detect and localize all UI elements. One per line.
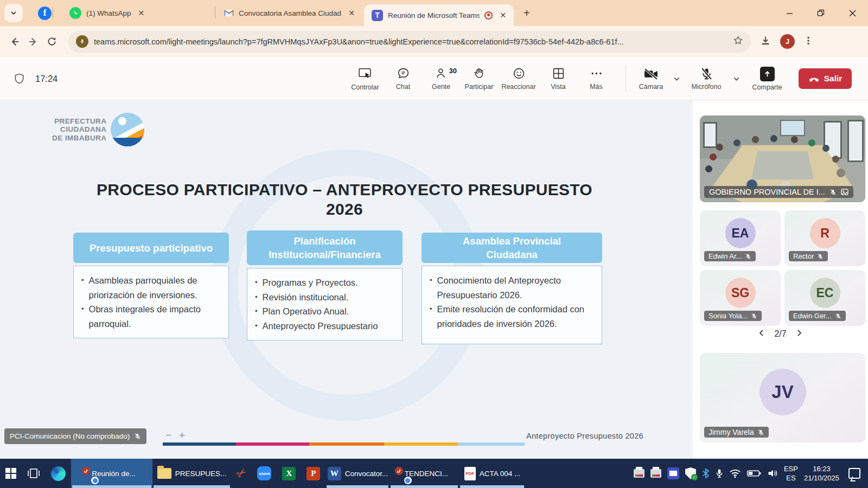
column-body: •Asambleas parroquiales de priorización … xyxy=(73,266,229,338)
tab-search-button[interactable] xyxy=(4,4,23,22)
participant-tile[interactable]: SG Sonia Yola... xyxy=(700,270,781,326)
url-bar[interactable]: teams.microsoft.com/light-meetings/launc… xyxy=(68,31,751,53)
open-app-underline xyxy=(460,485,524,488)
wifi-icon[interactable] xyxy=(729,468,741,478)
room-video-tile[interactable]: GOBIERNO PROVINCIAL DE I... xyxy=(700,115,865,202)
tab-gmail[interactable]: Convocatoria Asamblea Ciudad ✕ xyxy=(216,0,364,26)
taskbar-powerpoint[interactable]: P xyxy=(301,459,326,488)
language-indicator[interactable]: ESP ES xyxy=(784,464,798,483)
zoom-in-button[interactable]: + xyxy=(179,429,185,441)
chat-button[interactable]: Chat xyxy=(384,57,422,100)
volume-icon[interactable] xyxy=(767,468,778,478)
forward-button[interactable] xyxy=(24,33,42,51)
taskbar-chrome-meeting[interactable]: J Reunión de... xyxy=(71,459,152,488)
button-label: Participar xyxy=(465,83,494,91)
person xyxy=(716,144,723,151)
browser-tab-strip: f (1) WhatsApp ✕ Convocatoria Asamblea C… xyxy=(0,0,868,26)
reload-button[interactable] xyxy=(42,33,61,51)
zoom-out-button[interactable]: − xyxy=(165,429,171,441)
camera-button[interactable]: Cámara xyxy=(634,57,668,100)
close-button[interactable] xyxy=(837,0,868,26)
chat-icon xyxy=(397,67,410,80)
tab-teams-active[interactable]: T Reunión de Microsoft Teams ✕ xyxy=(364,4,514,26)
browser-menu-icon[interactable] xyxy=(803,36,813,48)
tab-whatsapp[interactable]: (1) WhatsApp ✕ xyxy=(62,0,214,26)
tab-close-icon[interactable]: ✕ xyxy=(346,9,357,17)
bullet-item: •Revisión institucional. xyxy=(255,290,397,305)
button-label: Gente xyxy=(432,83,450,91)
mic-options-chevron[interactable] xyxy=(728,57,744,100)
folder-icon xyxy=(157,468,171,479)
person xyxy=(837,169,845,177)
pager-next-icon[interactable] xyxy=(795,329,803,339)
taskbar-chrome-tendenci[interactable]: J TENDENCI... xyxy=(390,459,459,488)
minimize-button[interactable] xyxy=(774,0,805,26)
meeting-stage: PREFECTURA CIUDADANA DE IMBABURA PROCESO… xyxy=(0,101,868,459)
bluetooth-icon[interactable] xyxy=(702,468,710,479)
chevron-down-icon xyxy=(10,10,17,16)
mic-off-icon xyxy=(700,67,713,81)
back-button[interactable] xyxy=(5,33,24,51)
camera-options-chevron[interactable] xyxy=(668,57,685,100)
tab-close-icon[interactable]: ✕ xyxy=(497,11,508,20)
taskbar-zoom[interactable]: zoom xyxy=(252,459,277,488)
meeting-toolbar: Controlar Chat 30 Gente xyxy=(346,57,615,100)
participant-tile[interactable]: EA Edwin Ar... xyxy=(700,210,781,266)
share-button[interactable]: Comparte xyxy=(744,57,790,100)
room-window xyxy=(703,122,717,148)
mic-permission-icon[interactable] xyxy=(76,35,88,48)
bookmark-star-icon[interactable] xyxy=(733,35,743,48)
clock[interactable]: 16:23 21/10/2025 xyxy=(804,464,839,483)
taskbar-pdf[interactable]: PDF ACTA 004 ... xyxy=(459,459,525,488)
notification-center-icon[interactable] xyxy=(848,468,860,479)
taskbar-folder[interactable]: PRESUPUES... xyxy=(152,459,231,488)
open-app-underline xyxy=(391,485,458,488)
defender-icon[interactable]: ✓ xyxy=(685,467,696,479)
control-button[interactable]: Controlar xyxy=(346,57,384,100)
taskbar-excel[interactable]: X xyxy=(277,459,301,488)
raise-hand-button[interactable]: Participar xyxy=(460,57,498,100)
more-button[interactable]: Más xyxy=(577,57,615,100)
spotlight-tile[interactable]: JV Jimmy Varela xyxy=(700,353,865,442)
participant-tile[interactable]: EC Edwin Ger... xyxy=(784,270,865,326)
profile-avatar[interactable]: J xyxy=(780,34,795,49)
mic-button[interactable]: Micrófono xyxy=(685,57,728,100)
participant-tile[interactable]: R Rector xyxy=(784,210,865,266)
start-button[interactable] xyxy=(0,459,22,488)
leave-button[interactable]: Salir xyxy=(799,68,852,89)
url-text[interactable]: teams.microsoft.com/light-meetings/launc… xyxy=(94,37,729,46)
new-tab-button[interactable]: + xyxy=(524,7,530,20)
word-icon: W xyxy=(328,467,341,480)
avatar: JV xyxy=(760,369,806,415)
video-card-icon xyxy=(841,189,848,195)
tab-close-icon[interactable]: ✕ xyxy=(136,9,147,17)
pager-prev-icon[interactable] xyxy=(758,329,765,339)
taskbar-edge[interactable] xyxy=(46,459,71,488)
task-view-button[interactable] xyxy=(22,459,46,488)
column-body: •Conocimiento del Anteproyecto Presupues… xyxy=(422,266,602,344)
bullet-item: •Anteproyecto Presupuestario xyxy=(255,319,397,333)
printer-icon[interactable] xyxy=(650,469,661,478)
room-table-center xyxy=(751,151,814,179)
download-icon[interactable] xyxy=(760,35,771,49)
restore-button[interactable] xyxy=(805,0,837,26)
people-icon xyxy=(435,67,448,80)
raised-hand-icon xyxy=(473,67,486,80)
blue-app-icon[interactable] xyxy=(667,467,679,479)
react-button[interactable]: Reaccionar xyxy=(498,57,539,100)
view-button[interactable]: Vista xyxy=(539,57,577,100)
taskbar-item-label: PRESUPUES... xyxy=(175,470,227,478)
avatar: EC xyxy=(810,278,840,308)
facebook-pinned-tab[interactable]: f xyxy=(38,7,52,20)
column-header: Asamblea Provincial Ciudadana xyxy=(422,233,602,263)
room-window xyxy=(847,120,864,162)
tray-mic-icon[interactable] xyxy=(716,468,723,479)
printer-icon[interactable] xyxy=(634,469,644,478)
people-button[interactable]: 30 Gente xyxy=(422,57,460,100)
column-header: Planificación Institucional/Financiera xyxy=(247,230,403,265)
taskbar-snipping-tool[interactable]: ✂ xyxy=(231,459,252,488)
browser-toolbar: teams.microsoft.com/light-meetings/launc… xyxy=(0,26,868,57)
battery-icon[interactable] xyxy=(747,470,761,477)
taskbar-word[interactable]: W Convocator... xyxy=(326,459,390,488)
button-label: Controlar xyxy=(351,84,379,91)
